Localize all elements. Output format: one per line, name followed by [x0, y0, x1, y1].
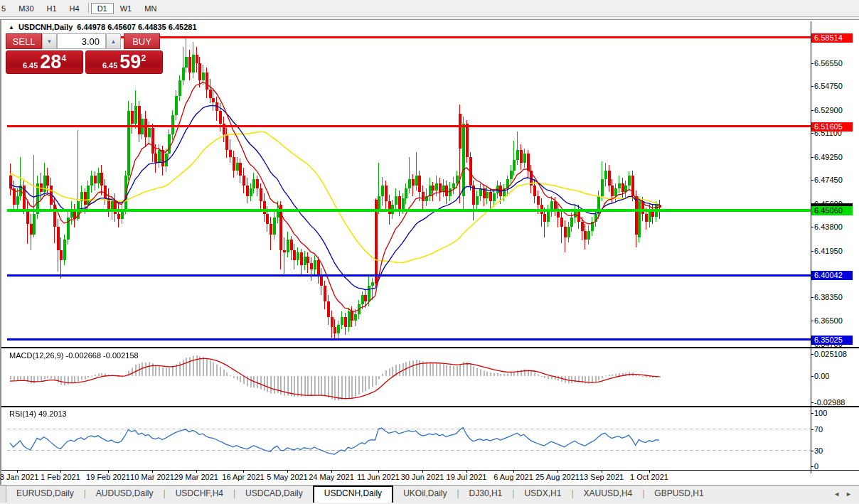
axis-tick-mark	[811, 413, 813, 414]
price-axis-line	[811, 21, 811, 473]
chart-tab-audusd-daily[interactable]: AUDUSD,Daily	[86, 486, 164, 503]
date-tick-mark	[196, 470, 197, 473]
date-tick-mark	[108, 470, 109, 473]
price-tick-label: 6.36500	[814, 316, 843, 325]
timeframe-button-5[interactable]: 5	[0, 3, 12, 14]
axis-tick-mark	[811, 86, 813, 87]
tab-scroll-left-icon[interactable]: ◄	[833, 490, 840, 498]
tab-bar-stub	[0, 486, 6, 503]
axis-tick-mark	[811, 321, 813, 321]
chart-tab-ukoil-daily[interactable]: UKOil,Daily	[393, 486, 457, 503]
buy-button[interactable]: BUY	[124, 33, 160, 49]
sell-button[interactable]: SELL	[6, 33, 42, 49]
chart-symbol-label: USDCNH,Daily	[18, 23, 73, 31]
sell-price-box[interactable]: 6.45 28 4	[6, 50, 83, 74]
macd-tick-label: 0.025108	[814, 350, 847, 358]
chart-window: ▲ USDCNH,Daily 6.44978 6.45607 6.44835 6…	[0, 19, 859, 486]
buy-price-point: 2	[141, 53, 146, 63]
price-tick-label: 6.54750	[814, 82, 843, 90]
date-tick-mark	[331, 470, 332, 473]
tabs-holder: EURUSD,Daily|AUDUSD,Daily|USDCHF,H4|USDC…	[6, 486, 714, 503]
pane-separator[interactable]	[1, 347, 859, 348]
chart-tab-xauusd-h4[interactable]: XAUUSD,H4	[574, 486, 643, 503]
price-tick-label: 6.47450	[814, 176, 843, 184]
axis-tick-mark	[811, 251, 813, 252]
pane-separator[interactable]	[1, 406, 859, 407]
sell-price-pips: 28	[40, 53, 61, 72]
trading-platform-screen: 5M30H1H4D1W1MN ▲ USDCNH,Daily 6.44978 6.…	[0, 0, 859, 504]
date-tick-mark	[513, 470, 514, 473]
rsi-tick-label: 30	[814, 446, 823, 455]
chart-title: ▲ USDCNH,Daily 6.44978 6.45607 6.44835 6…	[9, 23, 197, 31]
timeframe-button-M30[interactable]: M30	[12, 3, 40, 14]
axis-tick-mark	[811, 63, 813, 64]
buy-price-box[interactable]: 6.45 59 2	[85, 50, 163, 74]
date-tick-label: 25 Aug 2021	[535, 473, 580, 481]
price-chart-canvas[interactable]	[7, 33, 811, 347]
level-price-badge: 6.40042	[811, 271, 853, 280]
chart-tab-usdchf-h4[interactable]: USDCHF,H4	[166, 486, 233, 503]
chart-tab-usdcnh-daily[interactable]: USDCNH,Daily	[313, 486, 393, 503]
tab-scroll-right-icon[interactable]: ►	[845, 490, 852, 498]
lot-size-input[interactable]: 3.00	[57, 33, 106, 49]
level-price-badge: 6.58514	[811, 33, 853, 43]
pane-separator	[1, 470, 859, 471]
chart-tab-gbpusd-h1[interactable]: GBPUSD,H1	[644, 486, 713, 503]
tab-scroll-arrows: ◄ ►	[833, 486, 859, 503]
timeframe-button-D1[interactable]: D1	[91, 3, 114, 14]
price-tick-label: 6.56550	[814, 59, 843, 68]
date-tick-label: 13 Sep 2021	[580, 473, 624, 481]
chart-tab-usdcad-daily[interactable]: USDCAD,Daily	[235, 486, 313, 503]
date-tick-mark	[60, 470, 61, 473]
rsi-label: RSI(14) 49.2013	[9, 409, 67, 418]
date-tick-mark	[557, 470, 558, 473]
buy-price-pips: 59	[119, 53, 141, 72]
level-price-badge: 6.51605	[811, 122, 853, 132]
timeframe-button-MN[interactable]: MN	[138, 3, 163, 14]
chart-tab-usdx-h1[interactable]: USDX,H1	[514, 486, 571, 503]
chart-tab-bar: EURUSD,Daily|AUDUSD,Daily|USDCHF,H4|USDC…	[0, 485, 859, 503]
axis-tick-mark	[811, 376, 813, 377]
collapse-panel-icon[interactable]: ▲	[9, 24, 14, 31]
level-price-badge: 6.45060	[811, 206, 853, 215]
rsi-tick-label: 100	[814, 409, 827, 417]
timeframe-button-H4[interactable]: H4	[63, 3, 86, 14]
date-tick-mark	[378, 470, 379, 473]
date-tick-label: 6 Aug 2021	[493, 473, 533, 481]
buy-price-prefix: 6.45	[102, 61, 117, 70]
date-tick-label: 11 Jun 2021	[357, 473, 400, 481]
axis-tick-mark	[811, 402, 813, 403]
rsi-tick-label: 70	[814, 425, 823, 434]
date-tick-mark	[602, 470, 602, 473]
axis-tick-mark	[811, 110, 813, 111]
chart-ohlc-values: 6.44978 6.45607 6.44835 6.45281	[77, 23, 196, 31]
axis-tick-mark	[811, 451, 813, 451]
price-tick-label: 6.49250	[814, 153, 843, 161]
lot-decrease-button[interactable]: ▼	[42, 33, 57, 49]
toolbar-separator	[88, 3, 89, 14]
rsi-tick-label: 0	[814, 462, 818, 471]
rsi-indicator-canvas[interactable]	[7, 408, 811, 470]
date-tick-mark	[152, 470, 153, 473]
date-tick-label: 16 Apr 2021	[222, 473, 264, 481]
chart-tab-dj30-h1[interactable]: DJ30,H1	[459, 486, 513, 503]
date-tick-mark	[649, 470, 650, 473]
macd-tick-label: 0.00	[814, 372, 829, 380]
timeframe-button-W1[interactable]: W1	[114, 3, 139, 14]
one-click-trade-panel: SELL ▼ 3.00 ▲ BUY 6.45 28 4 6.45 59 2	[6, 33, 163, 74]
axis-tick-mark	[811, 297, 813, 298]
date-tick-mark	[287, 470, 288, 473]
chart-tab-eurusd-daily[interactable]: EURUSD,Daily	[6, 486, 84, 503]
date-tick-label: 30 Jun 2021	[401, 473, 444, 481]
sell-price-point: 4	[61, 53, 66, 63]
level-price-badge: 6.35025	[811, 336, 853, 345]
macd-tick-label: -0.02988	[814, 398, 845, 407]
lot-increase-button[interactable]: ▲	[106, 33, 121, 49]
date-tick-label: 24 May 2021	[309, 473, 354, 481]
date-tick-mark	[17, 470, 18, 473]
spin-down-icon: ▼	[47, 38, 53, 45]
timeframe-button-H1[interactable]: H1	[41, 3, 63, 14]
price-tick-label: 6.52900	[814, 106, 843, 114]
spin-up-icon: ▲	[111, 38, 117, 45]
date-tick-label: 1 Oct 2021	[630, 473, 668, 481]
